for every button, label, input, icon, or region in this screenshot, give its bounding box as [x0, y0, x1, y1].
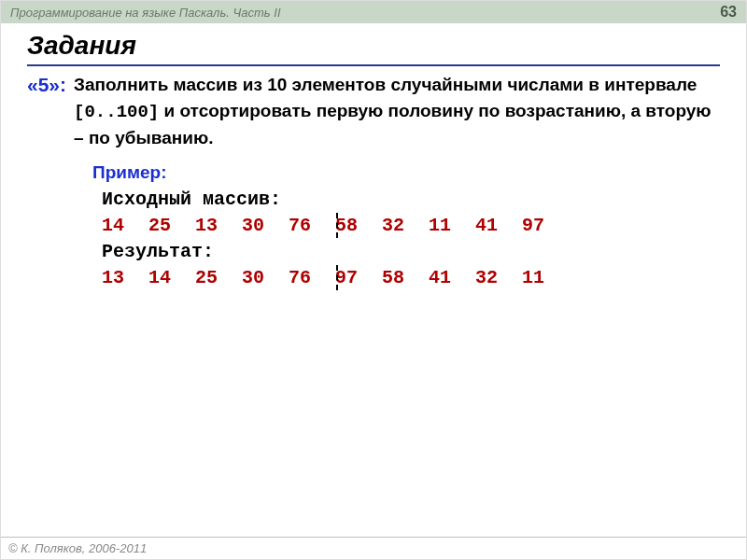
array-cell: 25 [195, 265, 242, 290]
array-cell: 76 [289, 265, 335, 290]
page-number: 63 [720, 4, 737, 21]
array-cell: 11 [429, 213, 475, 238]
array-cell: 41 [475, 213, 522, 238]
task-text-part-2: и отсортировать первую половину по возра… [74, 101, 712, 148]
vertical-separator [336, 265, 338, 290]
array-cell: 14 [148, 265, 195, 290]
slide-header: Программирование на языке Паскаль. Часть… [1, 1, 746, 23]
array-cell: 76 [289, 213, 335, 238]
task-text-part-1: Заполнить массив из 10 элементов случайн… [74, 75, 697, 94]
array-cell: 14 [102, 213, 148, 238]
array-cell: 11 [522, 265, 569, 290]
grade-label: «5»: [27, 72, 66, 97]
array-cell: 30 [242, 213, 289, 238]
array-cell: 32 [382, 213, 429, 238]
source-array-label: Исходный массив: [102, 189, 720, 210]
copyright: © К. Поляков, 2006-2011 [8, 541, 147, 555]
section-title: Задания [27, 31, 720, 66]
result-array: 13 14 25 30 76 97 58 41 32 11 [102, 265, 720, 290]
array-cell: 13 [102, 265, 148, 290]
slide-content: Задания «5»: Заполнить массив из 10 элем… [1, 23, 746, 290]
task-text: Заполнить массив из 10 элементов случайн… [74, 72, 720, 151]
array-cell: 58 [382, 265, 429, 290]
header-title: Программирование на языке Паскаль. Часть… [10, 6, 281, 20]
array-cell: 25 [148, 213, 195, 238]
vertical-separator [336, 213, 338, 238]
array-cell: 58 [335, 213, 382, 238]
example-block: Пример: Исходный массив: 14 25 13 30 76 … [92, 162, 720, 290]
array-cell: 97 [522, 213, 569, 238]
array-cell: 30 [242, 265, 289, 290]
slide-footer: © К. Поляков, 2006-2011 [1, 537, 746, 559]
result-array-label: Результат: [102, 241, 720, 262]
array-cell: 97 [335, 265, 382, 290]
source-array: 14 25 13 30 76 58 32 11 41 97 [102, 213, 720, 238]
array-cell: 32 [475, 265, 522, 290]
task-row: «5»: Заполнить массив из 10 элементов сл… [27, 72, 720, 151]
task-range: [0..100] [74, 102, 159, 122]
array-cell: 41 [429, 265, 475, 290]
array-cell: 13 [195, 213, 242, 238]
example-label: Пример: [92, 162, 720, 183]
